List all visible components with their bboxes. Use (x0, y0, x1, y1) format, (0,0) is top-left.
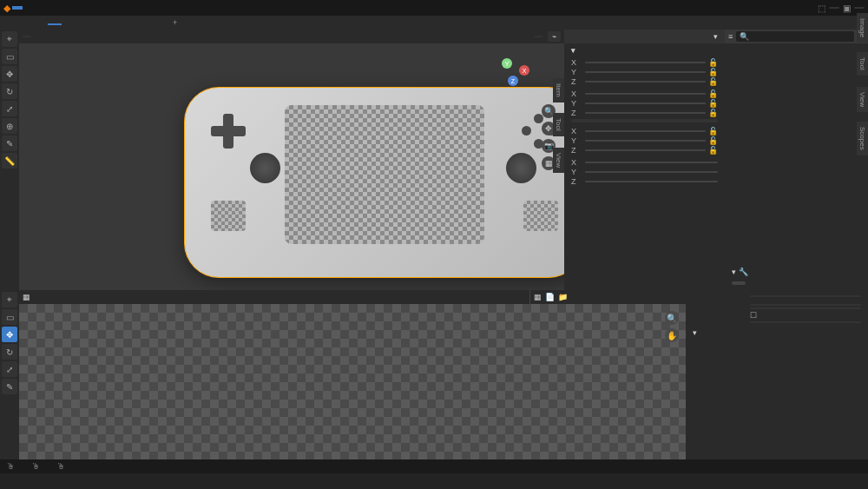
orientation-select[interactable] (534, 36, 542, 37)
view-tab[interactable]: View (553, 148, 564, 173)
colorspace-select[interactable] (750, 304, 861, 306)
tool-tab[interactable]: Tool (553, 113, 564, 136)
model-stick-right (506, 153, 536, 183)
3d-viewport: ⌁ X Y Z 🔍 ✥ 📷 ▦ Item (19, 30, 564, 290)
open-image-icon[interactable]: 📁 (558, 293, 568, 301)
dim-x[interactable] (585, 162, 718, 163)
scale-x[interactable] (585, 130, 706, 132)
uv-tool-select[interactable]: ▭ (2, 309, 17, 325)
tab-scripting[interactable] (151, 21, 165, 24)
loc-y[interactable] (585, 71, 706, 73)
tool-tab-uv[interactable]: Tool (857, 52, 868, 76)
tab-add[interactable]: + (166, 17, 184, 29)
tool-cursor[interactable]: ⌖ (2, 31, 17, 47)
tab-modeling[interactable] (18, 21, 32, 24)
menu-window[interactable] (49, 6, 59, 10)
viewlayer-icon: ▣ (843, 3, 851, 13)
view-tab-uv[interactable]: View (857, 87, 868, 112)
model-trackpad-right (523, 201, 558, 231)
top-menu-bar: ◆ ⬚ ▣ (0, 0, 868, 16)
uv-tool-annotate[interactable]: ✎ (2, 379, 17, 394)
loc-x[interactable] (585, 62, 706, 63)
tab-layout[interactable] (3, 21, 17, 24)
loc-z[interactable] (585, 81, 706, 83)
tab-animation[interactable] (92, 21, 106, 24)
n-panel: ▾ ▾ X🔓 Y🔓 Z🔓 X🔓 Y🔓 Z🔓 X🔓 Y🔓 Z🔓 X Y Z (564, 30, 725, 290)
tool-select[interactable]: ▭ (2, 49, 17, 64)
dim-y[interactable] (585, 171, 718, 173)
uv-tool-rotate[interactable]: ↻ (2, 344, 17, 360)
rot-z[interactable] (585, 112, 706, 114)
image-properties: ☐ ▾ Image Tool View Scopes (686, 290, 868, 459)
uv-pan-icon[interactable]: ✋ (665, 328, 679, 342)
tool-scale[interactable]: ⤢ (2, 101, 17, 116)
rotation-label (571, 87, 718, 89)
viewport-canvas[interactable]: X Y Z 🔍 ✥ 📷 ▦ Item Tool View (19, 43, 564, 290)
tab-uv-editing[interactable] (48, 20, 62, 25)
gizmo-z-icon[interactable]: Z (508, 76, 518, 86)
outliner-type-icon[interactable]: ≡ (728, 32, 733, 41)
item-tab[interactable]: Item (553, 78, 564, 102)
lock-icon[interactable]: 🔓 (707, 68, 718, 76)
tab-geometry-nodes[interactable] (136, 21, 150, 24)
model-trackpad-left (211, 201, 246, 231)
tool-rotate[interactable]: ↻ (2, 83, 17, 99)
lock-icon[interactable]: 🔓 (707, 58, 718, 67)
outliner-search[interactable]: 🔍 (736, 31, 854, 42)
tab-rendering[interactable] (107, 21, 121, 24)
rot-y[interactable] (585, 102, 706, 104)
lock-icon[interactable]: 🔓 (707, 89, 718, 98)
model-frame (184, 87, 564, 278)
uv-image-header: ▦ 📄 📁 (529, 290, 686, 304)
nav-gizmo[interactable]: X Y Z (495, 56, 534, 96)
gizmo-x-icon[interactable]: X (519, 65, 529, 76)
menu-render[interactable] (36, 6, 47, 10)
blender-logo-icon[interactable]: ◆ (3, 3, 10, 14)
mode-select[interactable] (23, 36, 31, 37)
tab-shading[interactable] (77, 21, 91, 24)
lock-icon[interactable]: 🔓 (707, 136, 718, 145)
tab-sculpting[interactable] (33, 21, 47, 24)
snap-toggle[interactable]: ⌁ (548, 31, 561, 42)
tool-transform[interactable]: ⊕ (2, 118, 17, 134)
tool-measure[interactable]: 📏 (2, 153, 17, 169)
source-value[interactable] (750, 295, 861, 297)
image-selector[interactable]: ▦ (534, 293, 542, 301)
uv-tool-scale[interactable]: ⤢ (2, 361, 17, 377)
lock-icon[interactable]: 🔓 (707, 77, 718, 86)
uv-canvas[interactable]: 🔍 ✋ (19, 304, 686, 459)
scopes-tab[interactable]: Scopes (857, 122, 868, 155)
fill-tile-label (693, 344, 861, 347)
scale-y[interactable] (585, 140, 706, 142)
rot-x[interactable] (585, 93, 706, 95)
model-stick-left (250, 153, 280, 183)
lock-icon[interactable]: 🔓 (707, 127, 718, 135)
uv-zoom-icon[interactable]: 🔍 (665, 311, 679, 325)
uv-tool-move[interactable]: ✥ (2, 327, 17, 342)
menu-help[interactable] (61, 6, 71, 10)
tab-texture-paint[interactable] (62, 21, 76, 24)
rotation-mode[interactable] (571, 119, 718, 122)
menu-edit[interactable] (24, 6, 35, 10)
workspace-tabs: + (0, 16, 868, 30)
lock-icon[interactable]: 🔓 (707, 109, 718, 117)
uv-editor-type[interactable]: ▦ (23, 293, 30, 301)
uv-tool-cursor[interactable]: ⌖ (2, 292, 17, 307)
image-tab[interactable]: Image (857, 13, 868, 43)
lock-icon[interactable]: 🔓 (707, 99, 718, 108)
uv-editor-header: ▦ (19, 290, 529, 304)
lock-icon[interactable]: 🔓 (707, 146, 718, 155)
add-modifier-button[interactable] (732, 281, 746, 285)
new-image-icon[interactable]: 📄 (545, 293, 555, 301)
menu-file[interactable] (12, 6, 23, 10)
seam-margin-value[interactable] (750, 321, 861, 323)
scale-z[interactable] (585, 149, 706, 151)
tool-move[interactable]: ✥ (2, 66, 17, 82)
tab-compositing[interactable] (122, 21, 135, 24)
dim-z[interactable] (585, 181, 718, 182)
scene-name-input[interactable] (829, 7, 839, 9)
alpha-select[interactable] (750, 307, 861, 309)
viewlayer-input[interactable] (854, 7, 865, 9)
tool-annotate[interactable]: ✎ (2, 135, 17, 151)
gizmo-y-icon[interactable]: Y (502, 58, 512, 69)
